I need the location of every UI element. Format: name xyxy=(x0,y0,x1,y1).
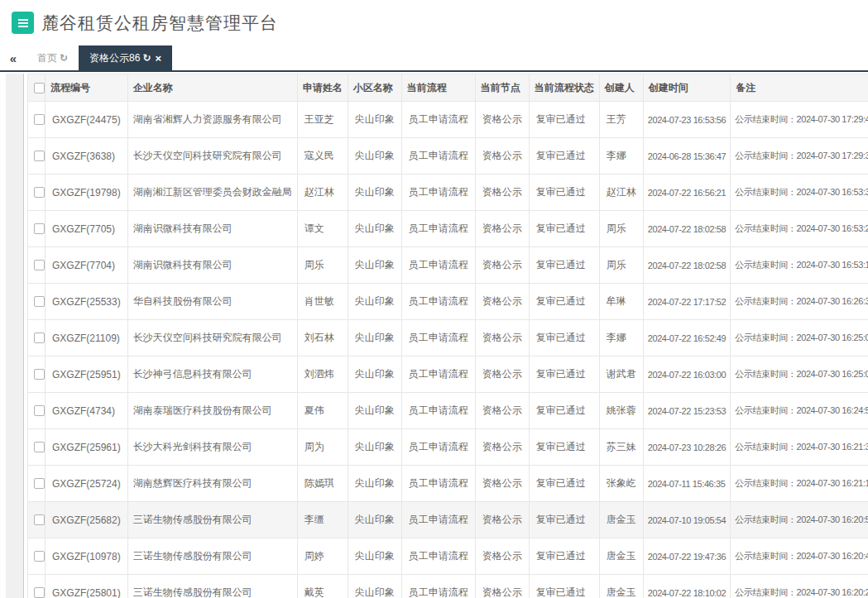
row-checkbox[interactable] xyxy=(34,223,45,234)
table-row[interactable]: GXGZF(19798)湖南湘江新区管理委员会财政金融局赵江林尖山印象员工申请流… xyxy=(28,175,868,211)
cell-value: GXGZF(19798) xyxy=(52,187,121,199)
tab-home[interactable]: 首页↻ xyxy=(26,45,79,70)
table-row[interactable]: GXGZF(25801)三诺生物传感股份有限公司戴英尖山印象员工申请流程资格公示… xyxy=(28,575,868,598)
table-row[interactable]: GXGZF(25724)湖南慈辉医疗科技有限公司陈嫣琪尖山印象员工申请流程资格公… xyxy=(28,466,868,502)
cell-value: 赵江林 xyxy=(607,186,636,198)
cell-node: 资格公示 xyxy=(475,284,529,320)
close-tab-icon[interactable]: × xyxy=(155,53,161,64)
table-row[interactable]: GXGZF(21109)长沙天仪空间科技研究院有限公司刘石林尖山印象员工申请流程… xyxy=(28,320,868,356)
row-checkbox-cell xyxy=(28,466,46,502)
table-row[interactable]: GXGZF(25951)长沙神弓信息科技有限公司刘泗炜尖山印象员工申请流程资格公… xyxy=(28,356,868,393)
cell-creator: 唐金玉 xyxy=(599,502,643,538)
collapsed-sidebar[interactable] xyxy=(0,74,24,598)
row-checkbox-cell xyxy=(28,211,46,247)
row-checkbox[interactable] xyxy=(34,442,45,452)
cell-created: 2024-07-22 16:52:49 xyxy=(643,320,731,356)
row-checkbox[interactable] xyxy=(34,114,45,125)
table-row[interactable]: GXGZF(10978)三诺生物传感股份有限公司周婷尖山印象员工申请流程资格公示… xyxy=(28,538,868,575)
cell-node: 资格公示 xyxy=(475,575,529,598)
cell-id: GXGZF(24475) xyxy=(46,102,128,138)
cell-value: 长沙大科光剑科技有限公司 xyxy=(133,441,252,452)
cell-value: 刘石林 xyxy=(305,332,334,343)
table-row[interactable]: GXGZF(24475)湖南省湘辉人力资源服务有限公司王亚芝尖山印象员工申请流程… xyxy=(28,102,868,138)
cell-remark: 公示结束时间：2024-07-30 16:53:27 xyxy=(731,211,868,247)
table-row[interactable]: GXGZF(3638)长沙天仪空间科技研究院有限公司寇义民尖山印象员工申请流程资… xyxy=(28,138,868,175)
refresh-icon[interactable]: ↻ xyxy=(60,52,68,64)
cell-value: 李缰 xyxy=(305,514,324,525)
cell-value: 公示结束时间：2024-07-30 16:21:17 xyxy=(735,478,868,488)
cell-node: 资格公示 xyxy=(475,393,529,429)
row-checkbox[interactable] xyxy=(34,187,45,198)
cell-value: 尖山印象 xyxy=(355,368,395,380)
cell-community: 尖山印象 xyxy=(348,102,401,138)
cell-value: 李娜 xyxy=(607,150,626,161)
row-checkbox-cell xyxy=(28,575,46,598)
refresh-icon[interactable]: ↻ xyxy=(142,52,151,64)
column-header-label: 创建时间 xyxy=(649,82,688,93)
row-checkbox-cell xyxy=(28,429,46,466)
cell-value: 公示结束时间：2024-07-30 16:20:25 xyxy=(735,587,868,597)
cell-company: 长沙天仪空间科技研究院有限公司 xyxy=(127,138,297,175)
row-checkbox[interactable] xyxy=(34,514,45,525)
cell-status: 复审已通过 xyxy=(529,138,599,175)
app-header: 麓谷租赁公租房智慧管理平台 xyxy=(0,0,868,45)
cell-creator: 周乐 xyxy=(599,247,643,284)
cell-status: 复审已通过 xyxy=(529,575,599,598)
table-row[interactable]: GXGZF(7705)湖南识微科技有限公司谭文尖山印象员工申请流程资格公示复审已… xyxy=(28,211,868,247)
cell-value: 公示结束时间：2024-07-30 16:53:13 xyxy=(735,260,868,270)
row-checkbox[interactable] xyxy=(34,369,45,380)
cell-value: 复审已通过 xyxy=(536,113,586,125)
cell-value: 公示结束时间：2024-07-30 16:25:04 xyxy=(735,369,868,379)
cell-value: GXGZF(25801) xyxy=(52,587,121,598)
row-checkbox[interactable] xyxy=(34,332,45,343)
cell-value: 复审已通过 xyxy=(536,259,586,270)
cell-status: 复审已通过 xyxy=(529,502,599,538)
cell-value: 2024-07-22 18:02:58 xyxy=(648,224,727,234)
cell-value: 公示结束时间：2024-07-30 16:24:51 xyxy=(735,405,868,415)
row-checkbox[interactable] xyxy=(34,296,45,307)
row-checkbox[interactable] xyxy=(34,260,45,270)
cell-value: 尖山印象 xyxy=(355,186,395,198)
cell-created: 2024-07-11 15:46:35 xyxy=(643,466,731,502)
row-checkbox[interactable] xyxy=(34,478,45,489)
row-checkbox[interactable] xyxy=(34,405,45,416)
cell-company: 湖南泰瑞医疗科技股份有限公司 xyxy=(127,393,297,429)
select-all-checkbox[interactable] xyxy=(34,83,45,93)
cell-value: 资格公示 xyxy=(482,368,522,380)
cell-company: 湖南湘江新区管理委员会财政金融局 xyxy=(127,175,297,211)
column-header-process: 当前流程 xyxy=(401,74,475,102)
column-header-label: 当前流程 xyxy=(407,82,447,93)
cell-creator: 李娜 xyxy=(599,320,643,356)
menu-toggle-button[interactable] xyxy=(12,12,34,34)
cell-creator: 唐金玉 xyxy=(599,575,643,598)
cell-process: 员工申请流程 xyxy=(401,175,475,211)
table-row[interactable]: GXGZF(25533)华自科技股份有限公司肖世敏尖山印象员工申请流程资格公示复… xyxy=(28,284,868,320)
cell-status: 复审已通过 xyxy=(529,538,599,575)
table-row[interactable]: GXGZF(25682)三诺生物传感股份有限公司李缰尖山印象员工申请流程资格公示… xyxy=(28,502,868,538)
row-checkbox[interactable] xyxy=(34,587,45,598)
cell-value: 2024-07-22 18:02:58 xyxy=(648,261,727,270)
row-checkbox[interactable] xyxy=(34,151,45,161)
cell-process: 员工申请流程 xyxy=(401,211,475,247)
cell-applicant: 刘泗炜 xyxy=(297,356,348,393)
cell-value: 公示结束时间：2024-07-30 16:20:41 xyxy=(735,551,868,561)
table-row[interactable]: GXGZF(7704)湖南识微科技有限公司周乐尖山印象员工申请流程资格公示复审已… xyxy=(28,247,868,284)
hamburger-icon xyxy=(18,22,28,24)
row-checkbox-cell xyxy=(28,247,46,284)
table-panel: 流程编号企业名称申请姓名小区名称当前流程当前节点当前流程状态创建人创建时间备注 … xyxy=(27,74,868,598)
column-header-label: 流程编号 xyxy=(50,82,90,93)
cell-value: 2024-07-22 16:52:49 xyxy=(648,333,727,343)
cell-company: 长沙天仪空间科技研究院有限公司 xyxy=(127,320,297,356)
cell-value: 2024-07-22 15:23:53 xyxy=(648,406,727,416)
cell-value: 长沙神弓信息科技有限公司 xyxy=(133,368,252,380)
cell-value: 员工申请流程 xyxy=(409,368,468,380)
cell-value: 资格公示 xyxy=(482,332,522,343)
collapse-tabs-icon[interactable]: « xyxy=(0,45,26,70)
table-row[interactable]: GXGZF(4734)湖南泰瑞医疗科技股份有限公司夏伟尖山印象员工申请流程资格公… xyxy=(28,393,868,429)
cell-community: 尖山印象 xyxy=(348,247,401,284)
table-row[interactable]: GXGZF(25961)长沙大科光剑科技有限公司周为尖山印象员工申请流程资格公示… xyxy=(28,429,868,466)
cell-value: 公示结束时间：2024-07-30 17:29:33 xyxy=(735,151,868,160)
row-checkbox[interactable] xyxy=(34,551,45,562)
cell-value: 湖南省湘辉人力资源服务有限公司 xyxy=(133,113,282,125)
tab-qualification-announcement[interactable]: 资格公示86↻× xyxy=(79,45,172,70)
